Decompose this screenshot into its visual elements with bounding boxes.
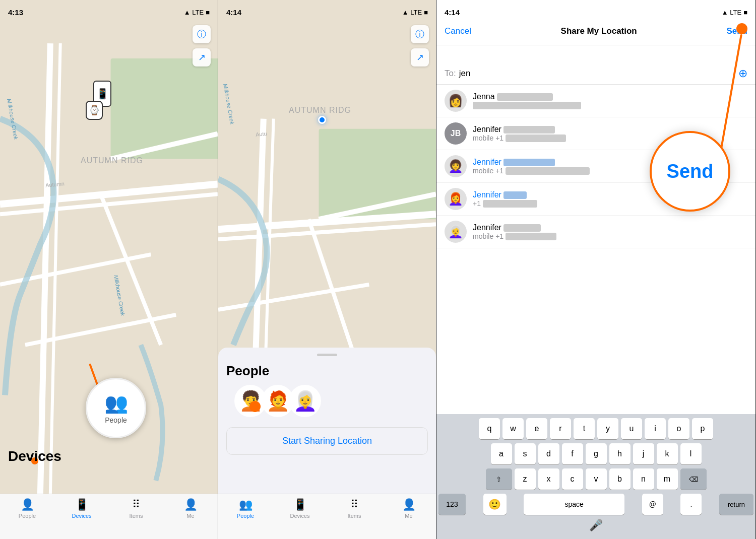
keyboard: q w e r t y u i o p a s d f g h j k l ⇧ … bbox=[436, 414, 755, 539]
location-arrow-2[interactable]: ↗ bbox=[411, 48, 429, 66]
status-bar-2: 4:14 ▲ LTE ■ bbox=[218, 4, 436, 19]
key-at[interactable]: @ bbox=[642, 494, 663, 515]
contact-row-jenna[interactable]: 👩 Jenna ████████████ ████████████ ██████… bbox=[436, 85, 755, 117]
key-j[interactable]: j bbox=[633, 443, 654, 464]
key-d[interactable]: d bbox=[538, 443, 559, 464]
tab-me-icon-2: 👤 bbox=[402, 498, 416, 511]
signal-2: ▲ LTE bbox=[402, 9, 422, 16]
keyboard-row-4: 123 🙂 space @ . return bbox=[438, 494, 753, 515]
phone-2: 4:14 ▲ LTE ■ Milkhouse Creek AUTUMN RIDG… bbox=[218, 0, 436, 539]
tab-devices-label-2: Devices bbox=[290, 513, 309, 519]
key-f[interactable]: f bbox=[562, 443, 583, 464]
tab-devices-2[interactable]: 📱 Devices bbox=[273, 498, 327, 519]
tab-me-2[interactable]: 👤 Me bbox=[382, 498, 436, 519]
signal-1: ▲ LTE bbox=[184, 9, 204, 16]
key-l[interactable]: l bbox=[680, 443, 702, 464]
key-w[interactable]: w bbox=[502, 418, 524, 439]
key-123[interactable]: 123 bbox=[438, 494, 466, 515]
key-c[interactable]: c bbox=[562, 468, 583, 490]
key-r[interactable]: r bbox=[550, 418, 571, 439]
key-z[interactable]: z bbox=[515, 468, 536, 490]
battery-1: ■ bbox=[206, 9, 210, 16]
key-h[interactable]: h bbox=[609, 443, 631, 464]
key-x[interactable]: x bbox=[538, 468, 559, 490]
tab-items-label-1: Items bbox=[130, 513, 143, 519]
key-g[interactable]: g bbox=[586, 443, 607, 464]
key-n[interactable]: n bbox=[633, 468, 654, 490]
name-blur-5: ████████ bbox=[503, 224, 541, 232]
add-contact-button[interactable]: ⊕ bbox=[738, 67, 747, 80]
start-sharing-btn[interactable]: Start Sharing Location bbox=[226, 427, 428, 455]
people-circle-btn[interactable]: 👥 People bbox=[86, 378, 146, 438]
contact-row-jennifer-4[interactable]: 👩‍🦳 Jennifer ████████ mobile +1 ████████… bbox=[436, 216, 755, 248]
key-m[interactable]: m bbox=[657, 468, 678, 490]
keyboard-row-1: q w e r t y u i o p bbox=[438, 418, 753, 439]
contact-avatar-jenna: 👩 bbox=[445, 90, 467, 112]
key-k[interactable]: k bbox=[657, 443, 678, 464]
tab-items-2[interactable]: ⠿ Items bbox=[327, 498, 382, 519]
location-arrow-1[interactable]: ↗ bbox=[193, 48, 211, 66]
key-a[interactable]: a bbox=[491, 443, 512, 464]
key-y[interactable]: y bbox=[597, 418, 618, 439]
area-label-1: AUTUMN RIDG bbox=[81, 156, 143, 165]
send-circle-text: Send bbox=[667, 161, 714, 182]
keyboard-row-3: ⇧ z x c v b n m ⌫ bbox=[438, 468, 753, 490]
time-1: 4:13 bbox=[8, 8, 23, 17]
tab-items-icon-1: ⠿ bbox=[132, 498, 140, 511]
tab-people-1[interactable]: 👤 People bbox=[0, 498, 54, 519]
key-b[interactable]: b bbox=[609, 468, 631, 490]
time-2: 4:14 bbox=[226, 8, 241, 17]
status-bar-1: 4:13 ▲ LTE ■ bbox=[0, 4, 218, 19]
tab-me-1[interactable]: 👤 Me bbox=[163, 498, 218, 519]
tab-me-icon-1: 👤 bbox=[184, 498, 198, 511]
status-bar-3: 4:14 ▲ LTE ■ bbox=[436, 4, 755, 19]
detail-blur-2: █████████████ bbox=[506, 134, 566, 142]
send-circle[interactable]: Send bbox=[650, 131, 730, 212]
tab-people-2[interactable]: 👥 People bbox=[218, 498, 273, 519]
tab-items-1[interactable]: ⠿ Items bbox=[109, 498, 163, 519]
key-delete[interactable]: ⌫ bbox=[680, 468, 707, 490]
cancel-button[interactable]: Cancel bbox=[445, 26, 471, 36]
tab-devices-1[interactable]: 📱 Devices bbox=[54, 498, 109, 519]
key-s[interactable]: s bbox=[515, 443, 536, 464]
to-input[interactable]: jen bbox=[459, 69, 738, 79]
info-button-1[interactable]: ⓘ bbox=[193, 25, 211, 43]
key-t[interactable]: t bbox=[574, 418, 595, 439]
devices-label: Devices bbox=[8, 448, 61, 464]
phone-1: 4:13 ▲ LTE ■ Milkhouse Creek Milkhouse C… bbox=[0, 0, 218, 539]
contact-name-jenna: Jenna ████████████ bbox=[473, 92, 747, 101]
contact-avatar-jennifer-2: 👩‍🦱 bbox=[445, 155, 467, 177]
key-e[interactable]: e bbox=[526, 418, 547, 439]
key-space[interactable]: space bbox=[524, 494, 624, 515]
contact-name-jennifer-1: Jennifer ███████████ bbox=[473, 125, 747, 134]
people-label: People bbox=[105, 416, 127, 424]
to-label: To: bbox=[445, 69, 456, 79]
key-emoji[interactable]: 🙂 bbox=[483, 494, 507, 515]
key-o[interactable]: o bbox=[668, 418, 689, 439]
key-u[interactable]: u bbox=[621, 418, 642, 439]
sheet-title: People bbox=[226, 363, 428, 379]
contact-initials-jb: JB bbox=[445, 122, 467, 145]
tab-people-icon-1: 👤 bbox=[21, 498, 34, 511]
keyboard-mic-row: 🎤 bbox=[438, 517, 753, 536]
battery-3: ■ bbox=[743, 9, 747, 16]
name-blur-2: ███████████ bbox=[503, 126, 554, 133]
key-q[interactable]: q bbox=[479, 418, 500, 439]
key-v[interactable]: v bbox=[586, 468, 607, 490]
info-button-2[interactable]: ⓘ bbox=[411, 25, 429, 43]
tab-me-label-2: Me bbox=[405, 513, 412, 519]
key-i[interactable]: i bbox=[645, 418, 666, 439]
avatar-1: 🧑‍🦱 bbox=[234, 385, 267, 417]
key-period[interactable]: . bbox=[680, 494, 702, 515]
sheet-handle bbox=[317, 354, 337, 356]
arrow-dot-2 bbox=[249, 401, 261, 412]
to-field: To: jen ⊕ bbox=[436, 62, 755, 85]
tab-devices-label-1: Devices bbox=[72, 513, 91, 519]
key-shift[interactable]: ⇧ bbox=[486, 468, 512, 490]
name-blur-1: ████████████ bbox=[497, 93, 553, 101]
key-p[interactable]: p bbox=[692, 418, 713, 439]
device-watch-marker: ⌚ bbox=[86, 101, 103, 120]
svg-line-1 bbox=[0, 184, 218, 204]
key-return[interactable]: return bbox=[719, 494, 753, 515]
tab-people-label-2: People bbox=[237, 513, 254, 519]
